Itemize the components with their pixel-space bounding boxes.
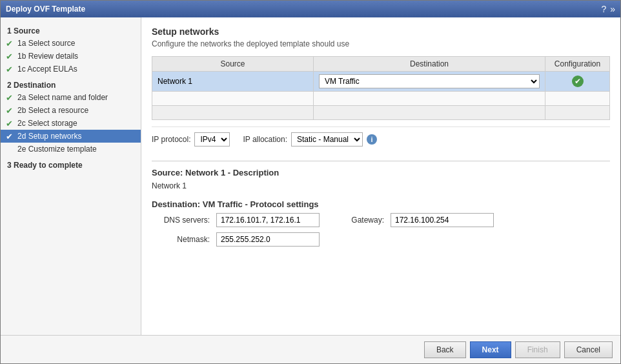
netmask-label: Netmask: [152,235,210,244]
ip-row: IP protocol: IPv4 IPv6 IP allocation: St… [152,126,610,152]
ip-allocation-label: IP allocation: [243,135,287,144]
empty-source-1 [152,92,314,106]
sidebar-item-2c[interactable]: ✔ 2c Select storage [1,117,141,130]
dns-servers-row: DNS servers: Gateway: [152,213,610,227]
empty-dest-1 [314,92,545,106]
sidebar: 1 Source ✔ 1a Select source ✔ 1b Review … [1,17,141,335]
check-icon-1c: ✔ [6,65,13,74]
network-table-row-empty-2 [152,106,610,120]
dns-servers-label: DNS servers: [152,216,210,225]
source-section-header: Source: Network 1 - Description [152,168,610,177]
check-icon-2b: ✔ [6,106,13,116]
check-icon-2c: ✔ [6,119,13,128]
check-icon-2d: ✔ [6,132,13,141]
config-check-icon: ✔ [572,76,584,87]
content-area: 1 Source ✔ 1a Select source ✔ 1b Review … [1,17,620,335]
main-panel: Setup networks Configure the networks th… [141,17,620,335]
col-header-configuration: Configuration [545,57,610,72]
gateway-label: Gateway: [326,216,384,225]
panel-title: Setup networks [152,26,610,37]
network-table-row-empty-1 [152,92,610,106]
window-title: Deploy OVF Template [6,5,85,14]
destination-select[interactable]: VM Traffic [319,74,540,88]
ip-protocol-group: IP protocol: IPv4 IPv6 [152,132,230,147]
destination-settings: Destination: VM Traffic - Protocol setti… [152,199,610,252]
ip-allocation-select[interactable]: Static - Manual Static - Fixed Transient… [291,132,363,147]
finish-button[interactable]: Finish [515,341,560,358]
netmask-input[interactable] [216,232,320,247]
sidebar-group-label-ready: 3 Ready to complete [1,158,141,171]
ip-allocation-group: IP allocation: Static - Manual Static - … [243,132,377,147]
ip-protocol-label: IP protocol: [152,135,190,144]
help-icon[interactable]: ? [601,4,606,14]
source-section-text: Network 1 [152,181,610,190]
ip-protocol-select[interactable]: IPv4 IPv6 [194,132,230,147]
sidebar-item-1b[interactable]: ✔ 1b Review details [1,50,141,63]
network-source-cell: Network 1 [152,72,314,92]
cancel-button[interactable]: Cancel [564,341,613,358]
check-icon-1b: ✔ [6,52,13,61]
dns-servers-input[interactable] [216,213,320,227]
info-icon[interactable]: i [367,134,377,145]
network-table: Source Destination Configuration Network… [152,56,610,120]
netmask-row: Netmask: [152,232,610,247]
sidebar-item-2a[interactable]: ✔ 2a Select name and folder [1,91,141,104]
sidebar-group-destination: 2 Destination ✔ 2a Select name and folde… [1,78,141,156]
check-icon-2a: ✔ [6,93,13,103]
expand-icon[interactable]: » [610,4,615,14]
network-destination-cell: VM Traffic [314,72,545,92]
next-button[interactable]: Next [470,341,511,358]
col-header-source: Source [152,57,314,72]
gateway-input[interactable] [391,213,494,227]
title-bar-controls: ? » [601,4,615,14]
empty-config-2 [545,106,610,120]
sidebar-item-2e[interactable]: 2e Customize template [1,143,141,156]
sidebar-group-ready: 3 Ready to complete [1,158,141,171]
sidebar-item-2d[interactable]: ✔ 2d Setup networks [1,130,141,143]
empty-config-1 [545,92,610,106]
sidebar-group-source: 1 Source ✔ 1a Select source ✔ 1b Review … [1,24,141,76]
destination-select-wrapper: VM Traffic [319,74,540,88]
empty-source-2 [152,106,314,120]
footer: Back Next Finish Cancel [1,335,620,363]
network-config-cell: ✔ [545,72,610,92]
empty-dest-2 [314,106,545,120]
sidebar-group-label-destination: 2 Destination [1,78,141,91]
back-button[interactable]: Back [424,341,466,358]
sidebar-item-1c[interactable]: ✔ 1c Accept EULAs [1,63,141,76]
sidebar-group-label-source: 1 Source [1,24,141,37]
window: Deploy OVF Template ? » 1 Source ✔ 1a Se… [0,0,621,364]
sidebar-item-2b[interactable]: ✔ 2b Select a resource [1,104,141,117]
divider [152,161,610,161]
panel-subtitle: Configure the networks the deployed temp… [152,39,610,48]
col-header-destination: Destination [314,57,545,72]
network-table-row-1[interactable]: Network 1 VM Traffic ✔ [152,72,610,92]
title-bar: Deploy OVF Template ? » [1,1,620,17]
check-icon-1a: ✔ [6,39,13,48]
sidebar-item-1a[interactable]: ✔ 1a Select source [1,37,141,50]
destination-section-header: Destination: VM Traffic - Protocol setti… [152,199,610,209]
